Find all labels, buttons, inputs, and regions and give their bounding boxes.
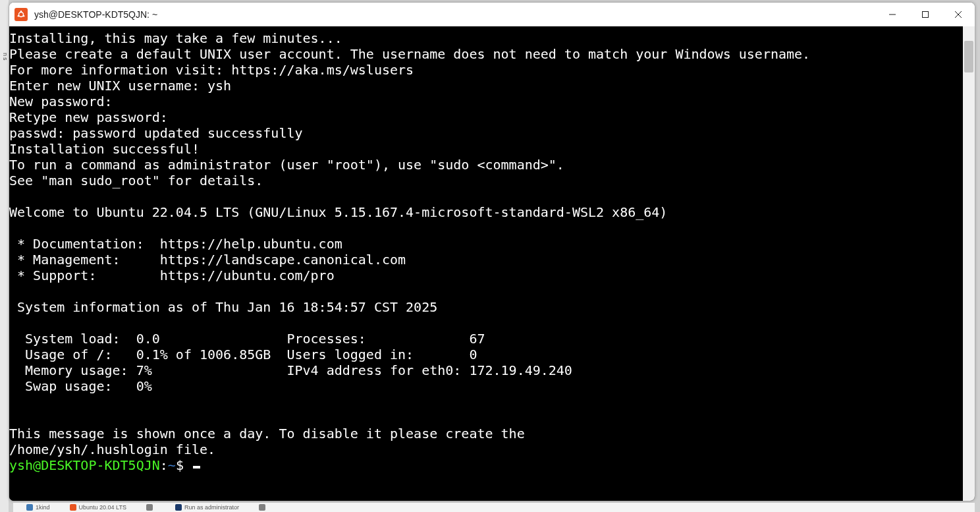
window-controls — [876, 3, 975, 26]
window-titlebar[interactable]: ysh@DESKTOP-KDT5QJN: ~ — [9, 3, 975, 26]
ubuntu-icon — [14, 8, 28, 21]
terminal-output[interactable]: Installing, this may take a few minutes.… — [9, 26, 963, 501]
taskbar-item[interactable] — [259, 504, 268, 511]
prompt-sep: : — [160, 457, 168, 473]
window-title: ysh@DESKTOP-KDT5QJN: ~ — [34, 9, 876, 20]
maximize-button[interactable] — [909, 3, 942, 26]
terminal-window: ysh@DESKTOP-KDT5QJN: ~ Installing, this … — [9, 2, 975, 501]
svg-point-1 — [20, 11, 22, 13]
taskbar-item[interactable]: 1kind — [26, 504, 50, 511]
taskbar-item-icon — [259, 504, 265, 511]
cursor — [193, 466, 200, 469]
svg-point-2 — [23, 15, 25, 17]
taskbar-item[interactable] — [146, 504, 155, 511]
taskbar-strip: 1kindUbuntu 20.04 LTSRun as administrato… — [13, 503, 975, 512]
prompt-symbol: $ — [176, 457, 192, 473]
prompt-path: ~ — [168, 457, 176, 473]
left-edge-hint: ns — [0, 0, 9, 512]
svg-point-0 — [19, 13, 24, 17]
taskbar-item-label: Run as administrator — [184, 504, 239, 511]
svg-point-3 — [18, 15, 20, 17]
scrollbar-thumb[interactable] — [964, 41, 973, 72]
taskbar-item-icon — [70, 504, 76, 511]
prompt-user: ysh@DESKTOP-KDT5QJN — [9, 457, 160, 473]
taskbar-item-label: Ubuntu 20.04 LTS — [79, 504, 126, 511]
scrollbar[interactable] — [963, 26, 975, 501]
taskbar-item-icon — [175, 504, 182, 511]
taskbar-item-label: 1kind — [36, 504, 50, 511]
close-button[interactable] — [942, 3, 975, 26]
minimize-button[interactable] — [876, 3, 909, 26]
taskbar-item[interactable]: Run as administrator — [175, 504, 239, 511]
taskbar-item-icon — [26, 504, 33, 511]
svg-rect-5 — [923, 12, 929, 18]
taskbar-item-icon — [146, 504, 153, 511]
taskbar-item[interactable]: Ubuntu 20.04 LTS — [70, 504, 126, 511]
